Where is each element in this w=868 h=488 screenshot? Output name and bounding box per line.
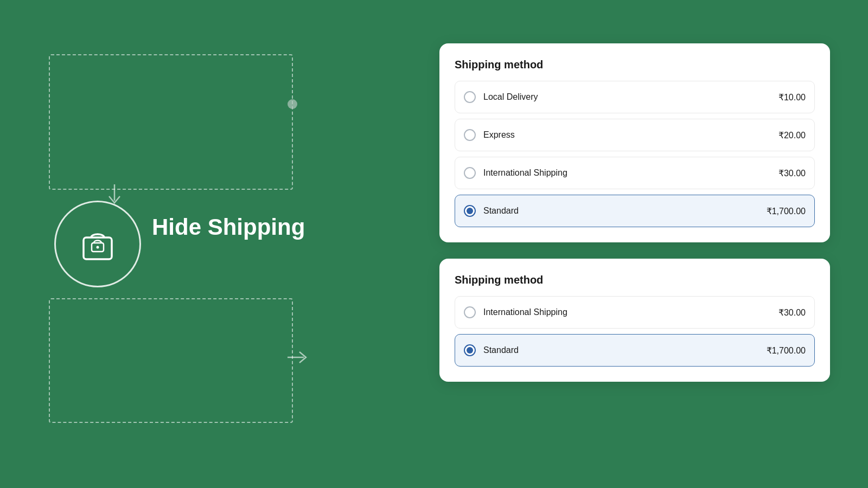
radio-inner-standard-bottom — [467, 347, 473, 354]
option-name-international-top: International Shipping — [483, 168, 567, 178]
radio-international-top — [464, 167, 476, 179]
svg-point-3 — [97, 246, 99, 249]
shipping-option-standard-top[interactable]: Standard ₹1,700.00 — [455, 195, 815, 227]
radio-standard-top — [464, 205, 476, 217]
option-name-standard-top: Standard — [483, 206, 519, 216]
option-price-express: ₹20.00 — [778, 130, 806, 140]
dot-connector — [288, 99, 297, 109]
option-price-standard-top: ₹1,700.00 — [767, 206, 806, 216]
option-price-standard-bottom: ₹1,700.00 — [767, 345, 806, 356]
dashed-box-top — [49, 54, 293, 190]
radio-inner-standard-top — [467, 208, 473, 214]
shipping-card-bottom: Shipping method International Shipping ₹… — [439, 259, 830, 382]
shipping-card-top: Shipping method Local Delivery ₹10.00 Ex… — [439, 43, 830, 242]
shipping-option-local-delivery[interactable]: Local Delivery ₹10.00 — [455, 81, 815, 113]
shipping-option-international-bottom[interactable]: International Shipping ₹30.00 — [455, 296, 815, 329]
app-title: Hide Shipping — [152, 214, 305, 240]
radio-international-bottom — [464, 306, 476, 318]
option-name-express: Express — [483, 130, 515, 140]
radio-local-delivery — [464, 91, 476, 103]
option-name-standard-bottom: Standard — [483, 345, 519, 355]
option-price-local-delivery: ₹10.00 — [778, 92, 806, 102]
option-name-local-delivery: Local Delivery — [483, 92, 538, 102]
option-name-international-bottom: International Shipping — [483, 307, 567, 317]
option-price-international-top: ₹30.00 — [778, 168, 806, 178]
shipping-option-standard-bottom[interactable]: Standard ₹1,700.00 — [455, 334, 815, 367]
arrow-right-bottom — [288, 349, 309, 370]
app-logo — [54, 201, 141, 287]
dashed-box-bottom — [49, 298, 293, 423]
card-top-title: Shipping method — [455, 59, 815, 71]
option-price-international-bottom: ₹30.00 — [778, 307, 806, 318]
cards-container: Shipping method Local Delivery ₹10.00 Ex… — [439, 43, 830, 382]
radio-express — [464, 129, 476, 141]
shipping-option-express[interactable]: Express ₹20.00 — [455, 119, 815, 151]
radio-standard-bottom — [464, 344, 476, 356]
shipping-option-international-top[interactable]: International Shipping ₹30.00 — [455, 157, 815, 189]
card-bottom-title: Shipping method — [455, 274, 815, 286]
